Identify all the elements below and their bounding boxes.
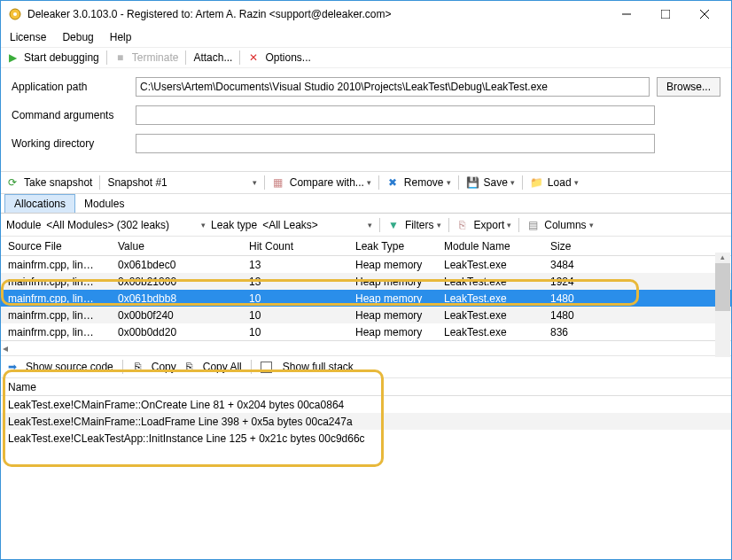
stack-header: Name <box>1 378 731 396</box>
tabs: Allocations Modules <box>1 194 731 214</box>
show-full-stack-checkbox[interactable] <box>261 362 272 373</box>
divider <box>522 175 523 190</box>
minimize-button[interactable] <box>607 2 646 27</box>
module-label: Module <box>6 219 41 231</box>
divider <box>99 175 100 190</box>
refresh-icon: ⟳ <box>6 176 19 189</box>
col-value[interactable]: Value <box>118 240 249 253</box>
stack-table: LeakTest.exe!CMainFrame::OnCreate Line 8… <box>1 396 731 447</box>
chevron-down-icon: ▾ <box>201 221 206 229</box>
divider <box>122 360 123 374</box>
col-name[interactable]: Name <box>8 381 36 393</box>
filters-button[interactable]: Filters ▾ <box>405 219 441 231</box>
scroll-left-icon[interactable]: ◂ <box>3 342 8 354</box>
chevron-down-icon: ▾ <box>574 178 579 187</box>
stack-row[interactable]: LeakTest.exe!CLeakTestApp::InitInstance … <box>1 430 731 447</box>
export-button[interactable]: Export ▾ <box>474 219 512 231</box>
maximize-button[interactable] <box>646 2 685 27</box>
show-source-button[interactable]: Show source code <box>26 361 113 373</box>
columns-button[interactable]: Columns ▾ <box>544 219 593 231</box>
menu-debug[interactable]: Debug <box>62 31 93 43</box>
arrow-right-icon: ➡ <box>6 361 19 373</box>
app-icon <box>8 7 22 21</box>
divider <box>379 218 380 232</box>
chevron-down-icon: ▾ <box>367 178 371 187</box>
chevron-down-icon: ▾ <box>437 221 441 229</box>
stack-row[interactable]: LeakTest.exe!CMainFrame::LoadFrame Line … <box>1 413 731 430</box>
tab-modules[interactable]: Modules <box>75 195 133 213</box>
menu-help[interactable]: Help <box>110 31 132 43</box>
table-row[interactable]: mainfrm.cpp, lin…0x061bdbb810Heap memory… <box>1 290 731 307</box>
compare-button[interactable]: Compare with... ▾ <box>290 176 371 189</box>
app-path-label: Application path <box>12 81 136 93</box>
options-icon: ✕ <box>247 51 260 64</box>
copy-button[interactable]: Copy <box>152 361 176 373</box>
col-leak-type[interactable]: Leak Type <box>355 240 444 253</box>
menu-license[interactable]: License <box>10 31 46 43</box>
compare-icon: ▦ <box>272 176 284 189</box>
config-fields: Application path Browse... Command argum… <box>1 68 731 171</box>
chevron-down-icon: ▾ <box>507 221 511 229</box>
save-button[interactable]: Save ▾ <box>484 176 515 189</box>
table-row[interactable]: mainfrm.cpp, lin…0x061bdec013Heap memory… <box>1 256 731 273</box>
snapshot-select[interactable]: Snapshot #1▾ <box>107 176 256 189</box>
col-hit-count[interactable]: Hit Count <box>249 240 355 253</box>
cmd-args-input[interactable] <box>136 105 655 125</box>
chevron-down-icon: ▾ <box>447 178 451 187</box>
show-full-stack-label: Show full stack <box>283 361 354 373</box>
chevron-down-icon: ▾ <box>510 178 515 187</box>
toolbar: ▶ Start debugging ■ Terminate Attach... … <box>1 47 731 68</box>
module-filter[interactable]: <All Modules> (302 leaks)▾ <box>46 219 206 231</box>
remove-icon: ✖ <box>386 176 399 189</box>
col-source-file[interactable]: Source File <box>1 240 118 253</box>
vertical-scrollbar[interactable]: ▴ <box>715 253 730 357</box>
allocations-table: mainfrm.cpp, lin…0x061bdec013Heap memory… <box>1 256 731 340</box>
load-button[interactable]: Load ▾ <box>548 176 579 189</box>
table-row[interactable]: mainfrm.cpp, lin…0x00b0dd2010Heap memory… <box>1 323 731 340</box>
divider <box>448 218 449 232</box>
cmd-args-label: Command arguments <box>12 109 136 121</box>
browse-button[interactable]: Browse... <box>657 77 720 97</box>
chevron-down-icon: ▾ <box>368 221 372 229</box>
titlebar: Deleaker 3.0.103.0 - Registered to: Arte… <box>1 1 731 27</box>
chevron-down-icon: ▾ <box>589 221 594 229</box>
start-debugging-button[interactable]: Start debugging <box>24 51 99 64</box>
attach-button[interactable]: Attach... <box>193 51 232 64</box>
options-button[interactable]: Options... <box>265 51 310 64</box>
terminate-button[interactable]: Terminate <box>132 51 179 64</box>
tab-allocations[interactable]: Allocations <box>4 194 75 213</box>
play-icon: ▶ <box>6 51 19 64</box>
work-dir-input[interactable] <box>136 134 655 153</box>
divider <box>239 51 240 65</box>
col-size[interactable]: Size <box>550 240 639 253</box>
remove-button[interactable]: Remove ▾ <box>404 176 451 189</box>
table-row[interactable]: mainfrm.cpp, lin…0x00b2100013Heap memory… <box>1 273 731 290</box>
export-icon: ⎘ <box>456 219 469 231</box>
copy-all-button[interactable]: Copy All <box>203 361 242 373</box>
divider <box>185 51 186 65</box>
leak-type-filter[interactable]: <All Leaks>▾ <box>262 219 372 231</box>
load-icon: 📁 <box>530 176 542 189</box>
stack-row[interactable]: LeakTest.exe!CMainFrame::OnCreate Line 8… <box>1 396 731 413</box>
divider <box>458 175 459 190</box>
stop-icon: ■ <box>114 51 127 64</box>
divider <box>106 51 107 65</box>
app-path-input[interactable] <box>136 77 650 97</box>
columns-icon: ▤ <box>526 219 539 231</box>
table-row[interactable]: mainfrm.cpp, lin…0x00b0f24010Heap memory… <box>1 307 731 323</box>
allocations-header: Source File Value Hit Count Leak Type Mo… <box>1 237 731 256</box>
work-dir-label: Working directory <box>12 137 136 150</box>
close-button[interactable] <box>685 2 724 27</box>
window-title: Deleaker 3.0.103.0 - Registered to: Arte… <box>27 8 607 20</box>
take-snapshot-button[interactable]: Take snapshot <box>24 176 92 189</box>
divider <box>518 218 519 232</box>
leak-type-label: Leak type <box>211 219 257 231</box>
horizontal-scrollbar[interactable]: ◂ ▸ <box>1 340 731 355</box>
chevron-down-icon: ▾ <box>253 178 257 187</box>
filter-bar: Module <All Modules> (302 leaks)▾ Leak t… <box>1 214 731 237</box>
col-module-name[interactable]: Module Name <box>444 240 550 253</box>
menubar: License Debug Help <box>1 27 731 47</box>
svg-rect-3 <box>661 10 670 19</box>
divider <box>251 360 252 374</box>
stack-toolbar: ➡ Show source code ⎘ Copy ⎘ Copy All Sho… <box>1 355 731 378</box>
